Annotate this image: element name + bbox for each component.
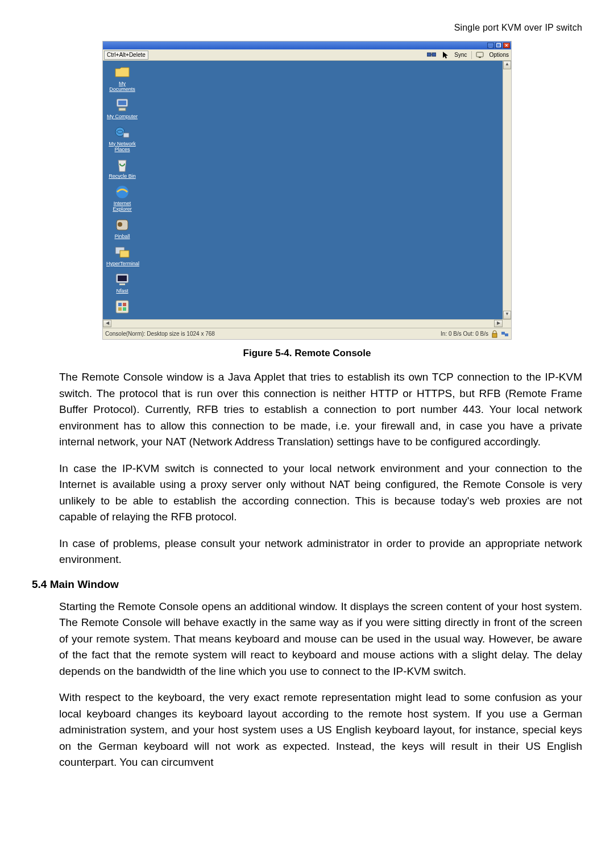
desktop-icon-label: My Computer — [106, 114, 138, 120]
svg-point-13 — [118, 222, 122, 227]
svg-rect-18 — [119, 283, 125, 285]
options-button[interactable]: Options — [489, 52, 509, 58]
toolbar-separator — [471, 51, 472, 59]
remote-desktop-area[interactable]: My Documents My Computer My Network Plac… — [103, 61, 503, 319]
hyperterminal-icon — [114, 244, 130, 260]
desktop-icon-nfast[interactable]: Nfast — [106, 272, 138, 294]
drive-redirect-icon[interactable] — [427, 52, 437, 59]
svg-rect-5 — [479, 57, 481, 58]
paragraph: The Remote Console window is a Java Appl… — [32, 369, 582, 450]
svg-rect-20 — [118, 303, 122, 306]
svg-rect-23 — [123, 307, 126, 311]
minimize-button[interactable]: _ — [487, 43, 494, 48]
desktop-icon-my-computer[interactable]: My Computer — [106, 97, 138, 120]
sync-button[interactable]: Sync — [454, 52, 467, 58]
desktop-icon-internet-explorer[interactable]: Internet Explorer — [106, 184, 138, 212]
status-left: Console(Norm): Desktop size is 1024 x 76… — [105, 331, 215, 337]
desktop-icon-label: Nfast — [106, 289, 138, 294]
svg-rect-26 — [505, 333, 508, 336]
lock-icon — [491, 330, 499, 338]
svg-rect-4 — [476, 52, 483, 57]
svg-rect-10 — [123, 133, 129, 137]
pinball-icon — [114, 217, 130, 233]
monitor-icon[interactable] — [476, 52, 485, 59]
recycle-bin-icon — [114, 157, 130, 173]
svg-rect-22 — [118, 307, 122, 311]
paragraph: Starting the Remote Console opens an add… — [32, 599, 582, 680]
paragraph: In case the IP-KVM switch is connected t… — [32, 461, 582, 525]
svg-rect-24 — [492, 333, 497, 337]
desktop-icon-label: Internet Explorer — [106, 201, 138, 212]
paragraph: With respect to the keyboard, the very e… — [32, 690, 582, 771]
folder-icon — [114, 64, 130, 80]
ie-icon — [114, 184, 130, 200]
svg-rect-25 — [501, 332, 505, 335]
remote-console-window: _ ❐ × Ctrl+Alt+Delete Sync Options — [102, 41, 512, 340]
network-icon — [114, 124, 130, 140]
svg-rect-17 — [118, 276, 127, 281]
desktop-icon-label: My Network Places — [106, 141, 138, 153]
svg-rect-21 — [123, 303, 126, 306]
scroll-right-button[interactable]: ▶ — [494, 320, 503, 327]
paragraph: In case of problems, please consult your… — [32, 536, 582, 568]
svg-rect-1 — [432, 53, 436, 56]
scroll-down-button[interactable]: ▼ — [503, 311, 511, 319]
console-toolbar: Ctrl+Alt+Delete Sync Options — [103, 49, 511, 61]
scroll-up-button[interactable]: ▲ — [503, 61, 511, 69]
svg-marker-3 — [443, 52, 448, 59]
computer-icon — [114, 97, 130, 113]
desktop-icon-label: Pinball — [106, 234, 138, 240]
svg-rect-8 — [119, 108, 126, 111]
cursor-icon[interactable] — [442, 51, 450, 59]
console-statusbar: Console(Norm): Desktop size is 1024 x 76… — [103, 328, 511, 339]
close-button[interactable]: × — [503, 43, 510, 48]
desktop-icon-hyperterminal[interactable]: HyperTerminal — [106, 244, 138, 267]
connection-icon — [501, 330, 509, 338]
terminal-icon — [114, 272, 130, 287]
desktop-icon-my-documents[interactable]: My Documents — [106, 64, 138, 93]
figure-caption: Figure 5-4. Remote Console — [32, 348, 582, 359]
desktop-icon-app[interactable] — [106, 299, 138, 315]
svg-rect-15 — [120, 251, 129, 257]
svg-rect-0 — [427, 53, 431, 56]
desktop-icon-label: HyperTerminal — [106, 261, 138, 267]
horizontal-scrollbar[interactable]: ◀ ▶ — [103, 319, 511, 328]
ctrl-alt-delete-button[interactable]: Ctrl+Alt+Delete — [104, 51, 148, 60]
section-heading: 5.4 Main Window — [32, 578, 582, 591]
page-header: Single port KVM over IP switch — [32, 23, 582, 33]
app-icon — [114, 299, 130, 315]
desktop-icon-network-places[interactable]: My Network Places — [106, 124, 138, 153]
vertical-scrollbar[interactable]: ▲ ▼ — [503, 61, 511, 319]
status-right: In: 0 B/s Out: 0 B/s — [441, 331, 488, 337]
window-titlebar: _ ❐ × — [103, 41, 511, 49]
scroll-left-button[interactable]: ◀ — [103, 320, 111, 327]
desktop-icon-label: Recycle Bin — [106, 174, 138, 180]
desktop-icon-recycle-bin[interactable]: Recycle Bin — [106, 157, 138, 180]
desktop-icon-pinball[interactable]: Pinball — [106, 217, 138, 240]
svg-rect-19 — [116, 301, 128, 313]
desktop-icon-label: My Documents — [106, 81, 138, 93]
maximize-button[interactable]: ❐ — [495, 43, 502, 48]
svg-rect-7 — [118, 101, 126, 105]
